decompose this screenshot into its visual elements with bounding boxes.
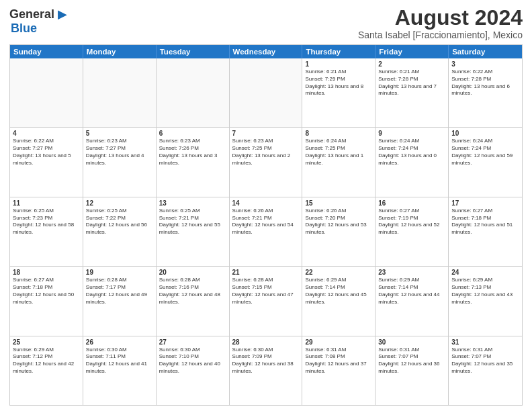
day-number: 1	[305, 60, 372, 68]
day-number: 10	[451, 130, 519, 137]
day-info: Sunrise: 6:26 AMSunset: 7:20 PMDaylight:…	[305, 208, 372, 236]
day-info: Sunrise: 6:30 AMSunset: 7:09 PMDaylight:…	[232, 347, 300, 375]
calendar-header-cell: Saturday	[449, 45, 522, 58]
calendar-cell: 30Sunrise: 6:31 AMSunset: 7:07 PMDayligh…	[375, 336, 449, 405]
calendar-header-cell: Friday	[375, 45, 449, 58]
day-number: 3	[451, 60, 519, 68]
calendar-cell: 18Sunrise: 6:27 AMSunset: 7:18 PMDayligh…	[10, 267, 83, 335]
page: General ▶ Blue August 2024 Santa Isabel …	[0, 0, 532, 411]
logo-bird-icon: ▶	[58, 7, 67, 21]
day-number: 16	[378, 199, 445, 207]
calendar-cell: 17Sunrise: 6:27 AMSunset: 7:18 PMDayligh…	[449, 197, 522, 266]
day-number: 18	[13, 269, 80, 276]
calendar-cell: 13Sunrise: 6:25 AMSunset: 7:21 PMDayligh…	[157, 197, 230, 266]
day-number: 17	[451, 199, 519, 207]
day-number: 25	[13, 338, 80, 346]
calendar: SundayMondayTuesdayWednesdayThursdayFrid…	[9, 44, 523, 406]
day-number: 7	[232, 130, 300, 137]
day-info: Sunrise: 6:31 AMSunset: 7:07 PMDaylight:…	[451, 347, 519, 375]
day-info: Sunrise: 6:21 AMSunset: 7:29 PMDaylight:…	[305, 68, 372, 97]
calendar-cell: 15Sunrise: 6:26 AMSunset: 7:20 PMDayligh…	[302, 197, 375, 266]
day-number: 8	[305, 130, 372, 137]
calendar-cell: 26Sunrise: 6:30 AMSunset: 7:11 PMDayligh…	[83, 336, 157, 405]
day-info: Sunrise: 6:29 AMSunset: 7:14 PMDaylight:…	[305, 277, 372, 306]
calendar-header-cell: Tuesday	[157, 45, 230, 58]
calendar-header-cell: Sunday	[10, 45, 83, 58]
day-info: Sunrise: 6:29 AMSunset: 7:12 PMDaylight:…	[13, 347, 80, 375]
calendar-cell: 29Sunrise: 6:31 AMSunset: 7:08 PMDayligh…	[302, 336, 375, 405]
day-info: Sunrise: 6:28 AMSunset: 7:16 PMDaylight:…	[159, 277, 226, 306]
calendar-header-cell: Thursday	[302, 45, 375, 58]
day-number: 22	[305, 269, 372, 276]
calendar-body: 1Sunrise: 6:21 AMSunset: 7:29 PMDaylight…	[10, 58, 522, 405]
calendar-cell: 10Sunrise: 6:24 AMSunset: 7:24 PMDayligh…	[449, 128, 522, 196]
calendar-cell: 14Sunrise: 6:26 AMSunset: 7:21 PMDayligh…	[230, 197, 303, 266]
day-number: 24	[451, 269, 519, 276]
calendar-row: 11Sunrise: 6:25 AMSunset: 7:23 PMDayligh…	[10, 197, 522, 266]
day-info: Sunrise: 6:30 AMSunset: 7:10 PMDaylight:…	[159, 347, 226, 375]
day-info: Sunrise: 6:22 AMSunset: 7:28 PMDaylight:…	[451, 68, 519, 97]
calendar-cell: 25Sunrise: 6:29 AMSunset: 7:12 PMDayligh…	[10, 336, 83, 405]
day-info: Sunrise: 6:24 AMSunset: 7:24 PMDaylight:…	[451, 138, 519, 167]
day-number: 21	[232, 269, 300, 276]
day-info: Sunrise: 6:27 AMSunset: 7:19 PMDaylight:…	[378, 208, 445, 236]
day-info: Sunrise: 6:25 AMSunset: 7:23 PMDaylight:…	[13, 208, 80, 236]
day-number: 31	[451, 338, 519, 346]
calendar-cell: 12Sunrise: 6:25 AMSunset: 7:22 PMDayligh…	[83, 197, 157, 266]
calendar-row: 1Sunrise: 6:21 AMSunset: 7:29 PMDaylight…	[10, 58, 522, 127]
title-section: August 2024 Santa Isabel [Fraccionamient…	[358, 7, 523, 40]
calendar-cell: 22Sunrise: 6:29 AMSunset: 7:14 PMDayligh…	[302, 267, 375, 335]
calendar-cell	[230, 58, 303, 127]
calendar-header: SundayMondayTuesdayWednesdayThursdayFrid…	[10, 45, 522, 58]
day-number: 12	[86, 199, 153, 207]
calendar-cell: 7Sunrise: 6:23 AMSunset: 7:25 PMDaylight…	[230, 128, 303, 196]
day-info: Sunrise: 6:30 AMSunset: 7:11 PMDaylight:…	[86, 347, 153, 375]
calendar-cell: 4Sunrise: 6:22 AMSunset: 7:27 PMDaylight…	[10, 128, 83, 196]
day-info: Sunrise: 6:25 AMSunset: 7:21 PMDaylight:…	[159, 208, 226, 236]
calendar-header-cell: Wednesday	[230, 45, 303, 58]
calendar-cell: 5Sunrise: 6:23 AMSunset: 7:27 PMDaylight…	[83, 128, 157, 196]
day-info: Sunrise: 6:23 AMSunset: 7:27 PMDaylight:…	[86, 138, 153, 167]
calendar-cell	[157, 58, 230, 127]
day-number: 27	[159, 338, 226, 346]
calendar-header-cell: Monday	[83, 45, 157, 58]
calendar-cell: 2Sunrise: 6:21 AMSunset: 7:28 PMDaylight…	[375, 58, 449, 127]
day-info: Sunrise: 6:28 AMSunset: 7:15 PMDaylight:…	[232, 277, 300, 306]
day-number: 30	[378, 338, 445, 346]
day-info: Sunrise: 6:23 AMSunset: 7:25 PMDaylight:…	[232, 138, 300, 167]
calendar-cell: 19Sunrise: 6:28 AMSunset: 7:17 PMDayligh…	[83, 267, 157, 335]
calendar-cell: 11Sunrise: 6:25 AMSunset: 7:23 PMDayligh…	[10, 197, 83, 266]
calendar-row: 18Sunrise: 6:27 AMSunset: 7:18 PMDayligh…	[10, 266, 522, 335]
day-info: Sunrise: 6:31 AMSunset: 7:07 PMDaylight:…	[378, 347, 445, 375]
day-info: Sunrise: 6:31 AMSunset: 7:08 PMDaylight:…	[305, 347, 372, 375]
day-number: 19	[86, 269, 153, 276]
day-info: Sunrise: 6:21 AMSunset: 7:28 PMDaylight:…	[378, 68, 445, 97]
logo-blue-text: Blue	[11, 21, 37, 35]
calendar-cell: 1Sunrise: 6:21 AMSunset: 7:29 PMDaylight…	[302, 58, 375, 127]
calendar-cell: 28Sunrise: 6:30 AMSunset: 7:09 PMDayligh…	[230, 336, 303, 405]
day-number: 9	[378, 130, 445, 137]
day-info: Sunrise: 6:27 AMSunset: 7:18 PMDaylight:…	[13, 277, 80, 306]
calendar-cell: 21Sunrise: 6:28 AMSunset: 7:15 PMDayligh…	[230, 267, 303, 335]
day-number: 4	[13, 130, 80, 137]
day-info: Sunrise: 6:23 AMSunset: 7:26 PMDaylight:…	[159, 138, 226, 167]
calendar-row: 4Sunrise: 6:22 AMSunset: 7:27 PMDaylight…	[10, 127, 522, 196]
calendar-cell: 3Sunrise: 6:22 AMSunset: 7:28 PMDaylight…	[449, 58, 522, 127]
day-number: 2	[378, 60, 445, 68]
day-info: Sunrise: 6:24 AMSunset: 7:24 PMDaylight:…	[378, 138, 445, 167]
calendar-cell: 20Sunrise: 6:28 AMSunset: 7:16 PMDayligh…	[157, 267, 230, 335]
calendar-cell: 6Sunrise: 6:23 AMSunset: 7:26 PMDaylight…	[157, 128, 230, 196]
day-info: Sunrise: 6:29 AMSunset: 7:13 PMDaylight:…	[451, 277, 519, 306]
logo: General ▶ Blue	[9, 7, 67, 36]
calendar-cell	[10, 58, 83, 127]
day-info: Sunrise: 6:29 AMSunset: 7:14 PMDaylight:…	[378, 277, 445, 306]
day-info: Sunrise: 6:26 AMSunset: 7:21 PMDaylight:…	[232, 208, 300, 236]
day-info: Sunrise: 6:22 AMSunset: 7:27 PMDaylight:…	[13, 138, 80, 167]
calendar-cell: 27Sunrise: 6:30 AMSunset: 7:10 PMDayligh…	[157, 336, 230, 405]
header: General ▶ Blue August 2024 Santa Isabel …	[9, 7, 523, 40]
calendar-cell	[83, 58, 157, 127]
month-title: August 2024	[358, 7, 523, 28]
calendar-row: 25Sunrise: 6:29 AMSunset: 7:12 PMDayligh…	[10, 336, 522, 405]
location-title: Santa Isabel [Fraccionamiento], Mexico	[358, 30, 523, 40]
calendar-cell: 23Sunrise: 6:29 AMSunset: 7:14 PMDayligh…	[375, 267, 449, 335]
